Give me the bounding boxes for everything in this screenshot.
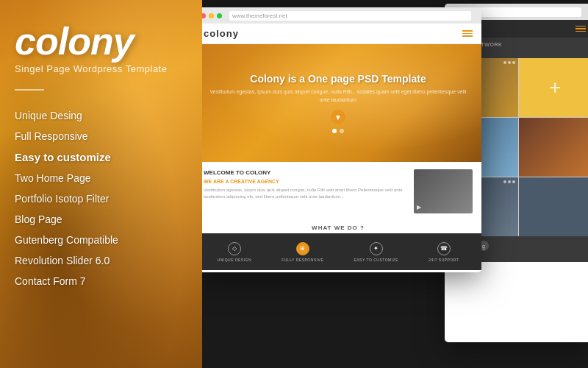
url-text: www.themeforest.net xyxy=(232,13,287,19)
hero-dots xyxy=(209,129,467,133)
about-image xyxy=(414,169,473,213)
browser-url-right xyxy=(479,7,581,17)
responsive-icon: ⊞ xyxy=(296,242,309,255)
service-label-unique: UNIQUE DESIGN xyxy=(218,258,252,262)
hero-title: Colony is a One page PSD Template xyxy=(209,73,467,85)
site-hero: Colony is a One page PSD Template Vestib… xyxy=(202,44,481,162)
features-list: Unique Desing Full Responsive Easy to cu… xyxy=(15,105,187,291)
hero-arrow-button[interactable]: ▼ xyxy=(331,110,345,124)
browser-content-main: colony Colony is a One page PSD Template… xyxy=(202,24,481,272)
about-body: Vestibulum egestas, ipsum duis quis aliq… xyxy=(204,187,406,200)
feature-portfolio: Portfolio Isotop Filter xyxy=(15,188,187,209)
browser-main: www.themeforest.net colony Colony is a O… xyxy=(202,7,481,272)
site-about: WELCOME TO COLONY WE ARE A CREATIVE AGEN… xyxy=(202,162,481,221)
feature-blog: Blog Page xyxy=(15,209,187,230)
service-fully-responsive: ⊞ FULLY RESPONSIVE xyxy=(282,242,323,262)
hero-subtitle: Vestibulum egestas, Ipsum duis quis aliq… xyxy=(209,88,467,104)
portfolio-item-extra xyxy=(519,177,589,236)
feature-contact: Contact Form 7 xyxy=(15,271,187,291)
feature-easy-customize: Easy to customize xyxy=(15,146,187,168)
feature-unique-design: Unique Desing xyxy=(15,105,187,126)
left-content: colony Singel Page Wordpress Template Un… xyxy=(0,0,202,306)
what-we-do-label: WHAT WE DO ? xyxy=(202,221,481,233)
hero-text-block: Colony is a One page PSD Template Vestib… xyxy=(202,73,481,133)
hamburger-icon[interactable] xyxy=(462,30,473,37)
support-icon: ☎ xyxy=(437,242,451,255)
hero-dot-1 xyxy=(332,129,337,133)
browser-dot-yellow xyxy=(209,13,214,18)
plus-icon: + xyxy=(549,76,561,99)
about-text: WELCOME TO COLONY WE ARE A CREATIVE AGEN… xyxy=(204,169,406,213)
robot-dots xyxy=(503,180,515,183)
service-label-support: 24/7 SUPPORT xyxy=(429,258,459,262)
car-dots xyxy=(503,61,515,64)
feature-full-responsive: Full Responsive xyxy=(15,126,187,146)
portfolio-item-food xyxy=(519,118,589,177)
brand-subtitle: Singel Page Wordpress Template xyxy=(15,63,187,74)
service-support: ☎ 24/7 SUPPORT xyxy=(429,242,459,262)
site-logo: colony xyxy=(204,28,239,39)
feature-two-home: Two Home Page xyxy=(15,168,187,188)
customize-icon: ✦ xyxy=(370,242,383,255)
unique-design-icon: ◇ xyxy=(228,242,241,255)
right-panel: www.themeforest.net colony Colony is a O… xyxy=(202,0,588,368)
browser-dot-red xyxy=(202,13,206,18)
site-services: ◇ UNIQUE DESIGN ⊞ FULLY RESPONSIVE ✦ EAS… xyxy=(202,233,481,270)
browser-bar-main: www.themeforest.net xyxy=(202,7,481,24)
portfolio-item-plus: + xyxy=(519,58,589,117)
service-unique-design: ◇ UNIQUE DESIGN xyxy=(218,242,252,262)
hero-dot-2 xyxy=(340,129,344,133)
feature-revolution: Revolution Slider 6.0 xyxy=(15,250,187,271)
site-nav: colony xyxy=(202,24,481,44)
service-label-customize: EASY TO CUSTOMIZE xyxy=(354,258,398,262)
divider xyxy=(15,89,44,91)
service-label-responsive: FULLY RESPONSIVE xyxy=(282,258,323,262)
feature-gutenberg: Gutenberg Compatible xyxy=(15,230,187,250)
about-subtitle: WE ARE A CREATIVE AGENCY xyxy=(204,179,406,184)
hamburger-right-icon[interactable] xyxy=(576,26,586,32)
brand-title: colony xyxy=(15,22,187,60)
browser-dot-green xyxy=(217,13,222,18)
service-easy-customize: ✦ EASY TO CUSTOMIZE xyxy=(354,242,398,262)
left-panel: colony Singel Page Wordpress Template Un… xyxy=(0,0,202,368)
browser-url-main: www.themeforest.net xyxy=(229,11,471,21)
about-title: WELCOME TO COLONY xyxy=(204,169,406,176)
